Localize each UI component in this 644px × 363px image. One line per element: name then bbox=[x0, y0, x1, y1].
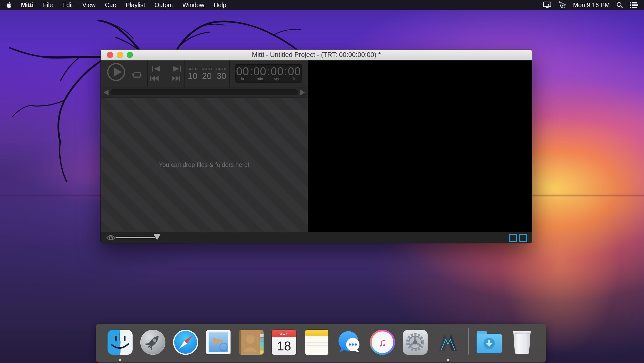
scroll-left-arrow[interactable] bbox=[104, 90, 108, 96]
desktop: Mitti File Edit View Cue Playlist Output… bbox=[0, 0, 644, 363]
dock-item-safari[interactable] bbox=[173, 330, 198, 355]
dock-item-downloads[interactable] bbox=[476, 330, 502, 355]
goto-10-button[interactable]: GOTO 10 bbox=[186, 64, 199, 84]
notes-paper bbox=[305, 336, 328, 355]
dock-item-itunes[interactable]: ♫ bbox=[370, 330, 395, 355]
cue-drop-area[interactable]: You can drop files & folders here! bbox=[100, 98, 308, 232]
dock-item-messages[interactable] bbox=[337, 330, 362, 355]
menu-item-playlist[interactable]: Playlist bbox=[121, 0, 150, 10]
dock-item-contacts[interactable] bbox=[239, 330, 264, 355]
dock-item-system-preferences[interactable] bbox=[402, 330, 428, 355]
menu-item-window[interactable]: Window bbox=[178, 0, 209, 10]
next-cue-icon bbox=[173, 66, 182, 72]
goto-value: 30 bbox=[217, 71, 226, 81]
preview-visibility-button[interactable] bbox=[106, 234, 116, 242]
dock-item-mail[interactable] bbox=[206, 330, 231, 355]
menu-bar: Mitti File Edit View Cue Playlist Output… bbox=[0, 0, 644, 10]
menu-item-cue[interactable]: Cue bbox=[100, 0, 121, 10]
contacts-icon bbox=[239, 330, 264, 355]
dock-item-trash[interactable] bbox=[510, 330, 534, 355]
goto-label: GOTO bbox=[216, 67, 226, 71]
calendar-icon: SEP 18 bbox=[272, 330, 296, 355]
timecode-digits: 00 bbox=[253, 65, 266, 77]
menu-item-mitti[interactable]: Mitti bbox=[16, 0, 38, 10]
next-cue-button[interactable] bbox=[173, 66, 182, 72]
trash-rim bbox=[512, 330, 532, 334]
zoom-button[interactable] bbox=[127, 52, 133, 58]
timecode-digits: 00 bbox=[270, 65, 284, 77]
trash-icon bbox=[512, 331, 532, 354]
toggle-right-panel-button[interactable] bbox=[519, 234, 527, 242]
goto-30-button[interactable]: GOTO 30 bbox=[215, 64, 228, 84]
timecode-separator: : bbox=[284, 65, 288, 77]
calendar-month: SEP bbox=[272, 330, 296, 337]
notes-icon bbox=[305, 330, 328, 355]
downloads-folder-icon bbox=[476, 334, 502, 354]
dock-item-launchpad[interactable] bbox=[140, 330, 166, 355]
scrollbar-track[interactable] bbox=[110, 89, 298, 95]
menu-item-help[interactable]: Help bbox=[209, 0, 231, 10]
zoom-slider-handle[interactable] bbox=[153, 234, 161, 240]
toolbar-divider bbox=[229, 60, 230, 87]
dock-item-calendar[interactable]: SEP 18 bbox=[272, 330, 296, 355]
menu-item-view[interactable]: View bbox=[78, 0, 100, 10]
menu-bar-clock[interactable]: Mon 9:16 PM bbox=[573, 2, 610, 9]
goto-value: 10 bbox=[188, 71, 198, 81]
timecode-unit-label: min bbox=[257, 77, 263, 81]
goto-value: 20 bbox=[202, 71, 212, 81]
timecode-unit-label: sec bbox=[274, 77, 280, 81]
jump-to-start-icon bbox=[150, 75, 159, 82]
jump-to-start-button[interactable] bbox=[150, 75, 159, 82]
zoom-slider-track[interactable] bbox=[116, 237, 155, 238]
mitti-window: Mitti - Untitled Project - (TRT: 00:00:0… bbox=[100, 50, 532, 243]
right-panel-glyph bbox=[525, 236, 526, 240]
mitti-status-cursor-icon[interactable] bbox=[558, 1, 566, 9]
dock-item-finder[interactable] bbox=[108, 330, 133, 355]
previous-cue-button[interactable] bbox=[152, 66, 160, 72]
loop-button[interactable] bbox=[131, 69, 142, 80]
menu-item-edit[interactable]: Edit bbox=[58, 0, 78, 10]
left-panel-glyph bbox=[510, 236, 511, 240]
timecode-frames: 00 fr bbox=[288, 65, 301, 81]
timecode-separator: : bbox=[266, 65, 271, 77]
toolbar-divider bbox=[184, 60, 186, 87]
mitti-app-icon bbox=[436, 330, 460, 355]
goto-20-button[interactable]: GOTO 20 bbox=[201, 64, 213, 84]
contacts-tab bbox=[260, 334, 264, 337]
system-preferences-icon bbox=[402, 330, 428, 355]
video-preview-pane bbox=[308, 60, 532, 232]
gear-icon bbox=[404, 332, 426, 353]
mail-postmark-shape bbox=[220, 343, 228, 351]
play-button[interactable] bbox=[107, 63, 126, 82]
notes-header bbox=[305, 330, 328, 336]
menu-item-output[interactable]: Output bbox=[150, 0, 178, 10]
apple-icon bbox=[6, 2, 11, 8]
dock-item-mitti[interactable] bbox=[436, 330, 460, 355]
display-mirroring-icon[interactable] bbox=[543, 2, 552, 8]
launchpad-icon bbox=[140, 330, 166, 355]
scroll-right-arrow[interactable] bbox=[300, 90, 305, 96]
timecode-minutes: 00 min bbox=[253, 65, 266, 81]
menu-item-file[interactable]: File bbox=[38, 0, 58, 10]
notification-center-icon[interactable] bbox=[630, 2, 638, 8]
toolbar-divider bbox=[147, 60, 148, 87]
dock-separator bbox=[468, 328, 469, 354]
window-titlebar[interactable]: Mitti - Untitled Project - (TRT: 00:00:0… bbox=[100, 50, 532, 60]
download-arrow-icon bbox=[486, 340, 492, 347]
spotlight-search-icon[interactable] bbox=[616, 2, 623, 8]
calendar-day: 18 bbox=[272, 337, 296, 355]
timecode-separator: : bbox=[249, 65, 254, 77]
menu-bar-status-area: Mon 9:16 PM bbox=[543, 0, 644, 10]
apple-menu[interactable] bbox=[0, 0, 16, 10]
mail-icon bbox=[206, 330, 230, 354]
menu-bar-left: Mitti File Edit View Cue Playlist Output… bbox=[0, 0, 231, 10]
loop-icon bbox=[131, 69, 142, 79]
toggle-left-panel-button[interactable] bbox=[509, 234, 517, 242]
contacts-tab bbox=[260, 346, 264, 350]
minimize-button[interactable] bbox=[117, 52, 123, 58]
close-button[interactable] bbox=[107, 52, 113, 58]
previous-cue-icon bbox=[152, 66, 160, 72]
dock-item-notes[interactable] bbox=[304, 330, 330, 355]
safari-icon bbox=[173, 330, 198, 355]
jump-to-end-button[interactable] bbox=[172, 75, 180, 82]
